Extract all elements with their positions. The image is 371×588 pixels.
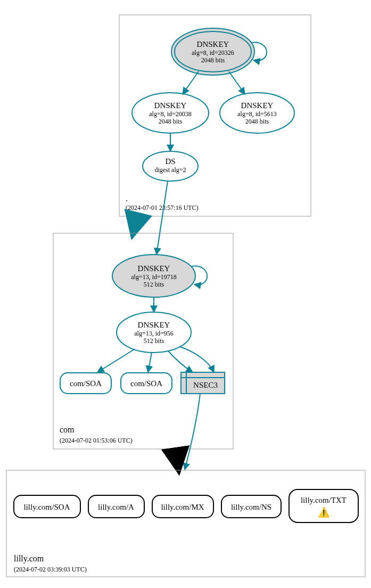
- edge-ds-comksk: [156, 181, 168, 255]
- com-zsk-title: DNSKEY: [138, 321, 170, 329]
- lilly-txt-label: lilly.com/TXT: [301, 496, 347, 504]
- com-nsec3-label: NSEC3: [193, 381, 218, 389]
- root-ksk-line2: alg=8, id=20326: [192, 49, 234, 56]
- root-ds-line2: digest alg=2: [154, 166, 186, 174]
- lilly-ns-node: lilly.com/NS: [221, 495, 281, 518]
- com-ksk-title: DNSKEY: [138, 264, 170, 273]
- root-zsk2-node: DNSKEY alg=8, id=5613 2048 bits: [220, 93, 294, 133]
- root-zsk2-line3: 2048 bits: [245, 118, 269, 125]
- root-ksk-node: DNSKEY alg=8, id=20326 2048 bits: [171, 28, 254, 75]
- root-ds-node: DS digest alg=2: [143, 151, 198, 181]
- com-soa1-label: com/SOA: [70, 379, 102, 388]
- lilly-ns-label: lilly.com/NS: [231, 503, 271, 511]
- lilly-a-label: lilly.com/A: [98, 503, 134, 511]
- com-zsk-line3: 512 bits: [144, 337, 164, 345]
- edge-nsec3-lilly: [185, 394, 200, 470]
- root-zsk2-title: DNSKEY: [241, 101, 274, 110]
- edge-com-to-lilly-delegation: [176, 450, 178, 464]
- root-zsk1-node: DNSKEY alg=8, id=20038 2048 bits: [132, 93, 209, 133]
- com-zsk-node: DNSKEY alg=13, id=956 512 bits: [117, 312, 191, 353]
- edge-comzsk-soa1: [97, 349, 134, 372]
- lilly-txt-node: lilly.com/TXT ⚠️: [289, 489, 358, 522]
- zone-root-timestamp: (2024-07-01 23:57:16 UTC): [126, 204, 199, 211]
- lilly-a-node: lilly.com/A: [88, 495, 144, 518]
- root-zsk1-line2: alg=8, id=20038: [149, 110, 192, 118]
- lilly-soa-node: lilly.com/SOA: [14, 495, 80, 518]
- root-ksk-title: DNSKEY: [197, 40, 229, 48]
- lilly-soa-label: lilly.com/SOA: [24, 503, 70, 511]
- zone-lilly-label: lilly.com: [14, 554, 44, 564]
- zone-com-label: com: [60, 425, 75, 434]
- root-zsk1-title: DNSKEY: [154, 101, 187, 110]
- com-soa2-label: com/SOA: [130, 379, 162, 388]
- edge-comzsk-nsec3-b: [180, 347, 214, 372]
- root-ds-title: DS: [165, 157, 175, 166]
- lilly-mx-label: lilly.com/MX: [161, 503, 204, 511]
- com-ksk-line3: 512 bits: [144, 281, 164, 288]
- edge-rootksk-zsk1: [183, 71, 199, 94]
- com-nsec3-node: NSEC3: [181, 372, 225, 394]
- com-ksk-line2: alg=13, id=19718: [131, 273, 177, 281]
- edge-comzsk-soa2: [148, 353, 152, 372]
- com-soa2-node: com/SOA: [121, 373, 172, 394]
- warning-icon: ⚠️: [318, 507, 330, 518]
- zone-lilly-box: [6, 470, 365, 577]
- com-ksk-node: DNSKEY alg=13, id=19718 512 bits: [112, 255, 195, 297]
- root-ksk-line3: 2048 bits: [201, 56, 225, 64]
- edge-root-to-com-delegation: [134, 216, 137, 229]
- edge-comzsk-nsec3-a: [168, 351, 193, 372]
- edge-rootksk-zsk2: [229, 71, 245, 94]
- zone-root-label: .: [126, 194, 128, 203]
- zone-lilly-timestamp: (2024-07-02 03:39:03 UTC): [14, 566, 87, 573]
- root-zsk2-line2: alg=8, id=5613: [237, 110, 277, 118]
- com-zsk-line2: alg=13, id=956: [134, 330, 174, 337]
- com-soa1-node: com/SOA: [60, 373, 111, 394]
- lilly-mx-node: lilly.com/MX: [152, 495, 213, 518]
- zone-com-timestamp: (2024-07-02 01:53:06 UTC): [60, 437, 133, 444]
- root-zsk1-line3: 2048 bits: [159, 118, 183, 125]
